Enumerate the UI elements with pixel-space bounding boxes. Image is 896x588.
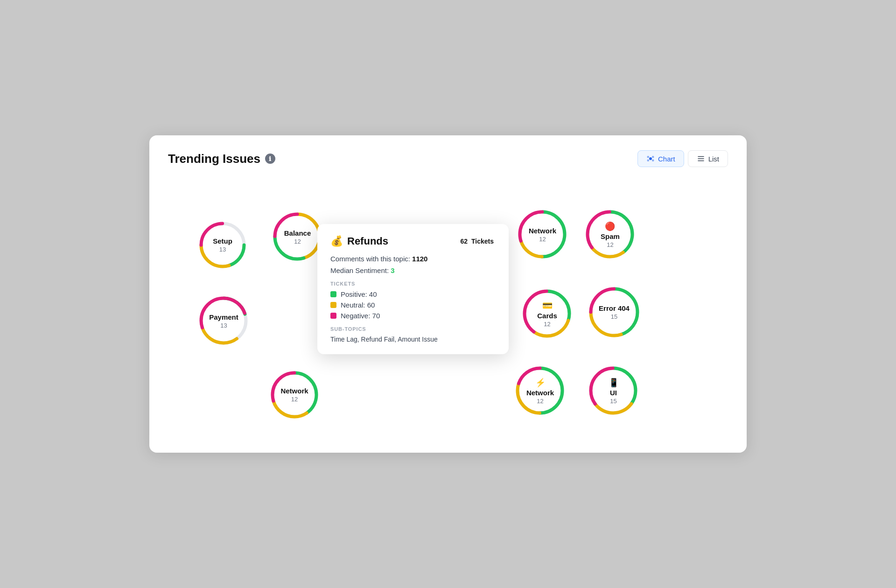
ui-emoji: 📱 xyxy=(609,378,619,388)
tooltip-comments-label: Comments with this topic: xyxy=(330,255,412,263)
bubble-network-mid[interactable]: Network 12 xyxy=(268,369,321,421)
tooltip-tickets: 62 Tickets xyxy=(461,238,496,245)
cards-emoji: 💳 xyxy=(542,301,553,311)
list-toggle-button[interactable]: List xyxy=(688,150,728,167)
tooltip-tickets-label: Tickets xyxy=(471,238,494,245)
ui-label: UI xyxy=(610,389,617,397)
network-bot-label: Network xyxy=(526,389,554,397)
tooltip-negative-row: Negative: 70 xyxy=(330,312,496,320)
tooltip-subtopics-value: Time Lag, Refund Fail, Amount Issue xyxy=(330,336,496,343)
network-bot-count: 12 xyxy=(537,398,543,405)
list-label: List xyxy=(708,155,719,163)
tooltip-comments-value: 1120 xyxy=(412,255,427,263)
svg-point-1 xyxy=(647,156,649,158)
chart-label: Chart xyxy=(658,155,675,163)
tooltip-title-text: Refunds xyxy=(347,235,388,247)
network-bot-emoji: ⚡ xyxy=(535,378,546,388)
page-title: Trending Issues xyxy=(168,152,260,166)
network-mid-label: Network xyxy=(280,387,308,395)
tooltip-emoji: 💰 xyxy=(330,235,343,247)
list-icon xyxy=(697,154,705,163)
bubble-spam[interactable]: 🔴 Spam 12 xyxy=(583,208,637,261)
payment-label: Payment xyxy=(209,313,238,321)
main-card: Trending Issues ℹ Chart xyxy=(149,135,747,453)
bubbles-area: Setup 13 Balance 12 xyxy=(168,182,728,434)
tooltip-tickets-section: TICKETS xyxy=(330,281,496,287)
setup-count: 13 xyxy=(219,246,226,253)
bubble-balance[interactable]: Balance 12 xyxy=(271,210,324,264)
bubble-network-bot[interactable]: ⚡ Network 12 xyxy=(513,364,567,418)
spam-count: 12 xyxy=(607,241,613,248)
tooltip-header: 💰 Refunds 62 Tickets xyxy=(330,235,496,247)
header: Trending Issues ℹ Chart xyxy=(168,150,728,167)
tooltip-tickets-count: 62 xyxy=(461,238,468,245)
tooltip-sentiment-row: Median Sentiment: 3 xyxy=(330,266,496,274)
tooltip-comments-row: Comments with this topic: 1120 xyxy=(330,255,496,263)
bubble-error404[interactable]: Error 404 15 xyxy=(587,285,642,340)
header-left: Trending Issues ℹ xyxy=(168,152,275,166)
bubble-setup[interactable]: Setup 13 xyxy=(197,219,248,271)
cards-label: Cards xyxy=(537,312,557,320)
error404-label: Error 404 xyxy=(599,304,630,312)
bubble-ui[interactable]: 📱 UI 15 xyxy=(587,364,640,418)
bubble-payment[interactable]: Payment 13 xyxy=(197,294,251,348)
neutral-dot xyxy=(330,302,336,308)
view-toggle: Chart List xyxy=(637,150,728,167)
tooltip-sentiment-value: 3 xyxy=(391,266,394,274)
tooltip-refunds: 💰 Refunds 62 Tickets Comments with this … xyxy=(317,224,509,354)
svg-point-2 xyxy=(652,156,654,158)
svg-point-3 xyxy=(647,160,649,162)
setup-label: Setup xyxy=(213,237,232,245)
info-icon[interactable]: ℹ xyxy=(265,154,275,164)
positive-dot xyxy=(330,291,336,297)
bubble-cards[interactable]: 💳 Cards 12 xyxy=(520,287,574,341)
tooltip-positive-row: Positive: 40 xyxy=(330,290,496,298)
chart-icon xyxy=(646,154,655,163)
network-top-label: Network xyxy=(529,227,556,235)
bubble-network-top[interactable]: Network 12 xyxy=(516,208,569,261)
balance-label: Balance xyxy=(284,229,311,237)
tooltip-subtopics-section: SUB-TOPICS xyxy=(330,326,496,332)
tooltip-title: 💰 Refunds xyxy=(330,235,388,247)
spam-label: Spam xyxy=(601,232,620,240)
ui-count: 15 xyxy=(610,398,616,405)
error404-count: 15 xyxy=(611,313,617,320)
svg-point-4 xyxy=(652,160,654,162)
network-top-count: 12 xyxy=(539,236,546,243)
network-mid-count: 12 xyxy=(291,396,298,403)
tooltip-neutral-row: Neutral: 60 xyxy=(330,301,496,309)
payment-count: 13 xyxy=(220,322,227,329)
chart-toggle-button[interactable]: Chart xyxy=(637,150,684,167)
tooltip-sentiment-label: Median Sentiment: xyxy=(330,266,391,274)
balance-count: 12 xyxy=(294,238,301,245)
svg-point-0 xyxy=(649,157,652,160)
negative-dot xyxy=(330,313,336,319)
cards-count: 12 xyxy=(544,321,550,328)
spam-emoji: 🔴 xyxy=(605,221,615,231)
